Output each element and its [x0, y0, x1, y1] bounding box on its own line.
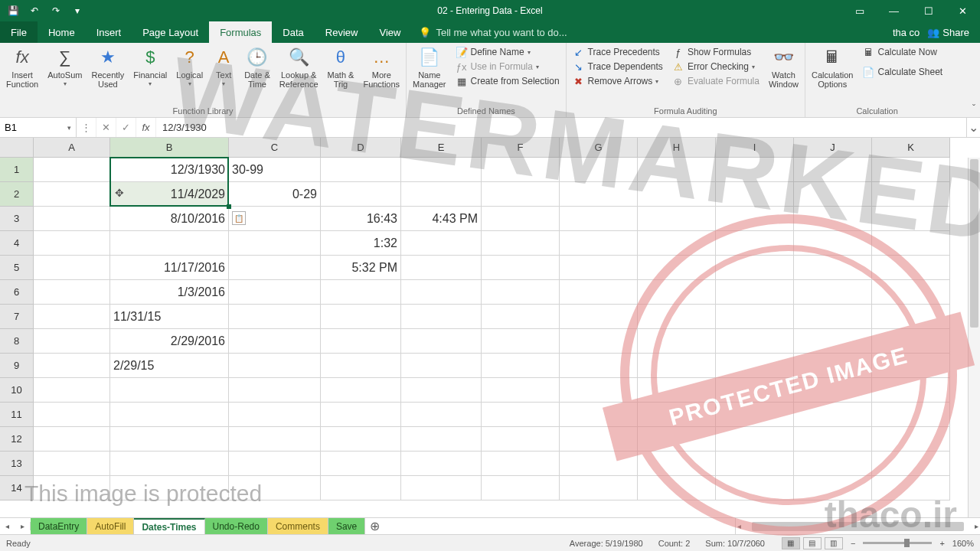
- zoom-out-icon[interactable]: −: [846, 539, 860, 548]
- fx-button-icon[interactable]: fx: [136, 118, 156, 137]
- cell-C14[interactable]: [229, 476, 321, 500]
- row-header-1[interactable]: 1: [0, 158, 34, 182]
- row-header-13[interactable]: 13: [0, 452, 34, 476]
- cell-H7[interactable]: [638, 305, 716, 329]
- hscroll-right-icon[interactable]: ▸: [975, 522, 978, 530]
- column-header-C[interactable]: C: [229, 138, 321, 158]
- formula-input[interactable]: 12/3/1930: [156, 122, 966, 133]
- cell-H14[interactable]: [638, 476, 716, 500]
- cell-I3[interactable]: [716, 207, 794, 231]
- cell-K2[interactable]: [872, 182, 950, 207]
- calculate-now-button[interactable]: 🖩Calculate Now: [862, 46, 942, 58]
- cell-E3[interactable]: 4:43 PM: [401, 207, 482, 231]
- cell-B4[interactable]: [110, 231, 229, 256]
- cell-H10[interactable]: [638, 378, 716, 403]
- cell-A11[interactable]: [34, 403, 110, 427]
- cell-J13[interactable]: [794, 452, 872, 476]
- tab-formulas[interactable]: Formulas: [209, 21, 272, 43]
- row-header-12[interactable]: 12: [0, 427, 34, 452]
- row-header-10[interactable]: 10: [0, 378, 34, 403]
- cell-B8[interactable]: 2/29/2016: [110, 329, 229, 354]
- share-button[interactable]: 👥 Share: [927, 27, 969, 38]
- cell-K6[interactable]: [872, 280, 950, 305]
- paste-options-icon[interactable]: 📋: [232, 211, 246, 225]
- cell-C4[interactable]: [229, 231, 321, 256]
- cell-J6[interactable]: [794, 280, 872, 305]
- close-icon[interactable]: ✕: [946, 0, 980, 21]
- zoom-in-icon[interactable]: +: [935, 539, 949, 548]
- cell-H5[interactable]: [638, 256, 716, 280]
- cell-I5[interactable]: [716, 256, 794, 280]
- cell-G13[interactable]: [560, 452, 638, 476]
- trace-dependents-button[interactable]: ↘Trace Dependents: [573, 60, 663, 73]
- zoom-level[interactable]: 160%: [952, 539, 974, 548]
- column-header-K[interactable]: K: [872, 138, 950, 158]
- cell-J11[interactable]: [794, 403, 872, 427]
- cell-C2[interactable]: 0-29: [229, 182, 321, 207]
- cell-K12[interactable]: [872, 427, 950, 452]
- page-break-view-icon[interactable]: ▥: [825, 537, 843, 549]
- cell-F8[interactable]: [482, 329, 560, 354]
- dropdown-icon[interactable]: ▾: [67, 124, 71, 132]
- sheet-nav-last-icon[interactable]: ▸: [21, 522, 24, 530]
- remove-arrows-button[interactable]: ✖Remove Arrows▾: [573, 75, 663, 87]
- cell-H9[interactable]: [638, 354, 716, 378]
- cell-J5[interactable]: [794, 256, 872, 280]
- column-header-F[interactable]: F: [482, 138, 560, 158]
- vertical-scrollbar[interactable]: [968, 158, 980, 517]
- cell-E8[interactable]: [401, 329, 482, 354]
- cell-A14[interactable]: [34, 476, 110, 500]
- cell-A2[interactable]: [34, 182, 110, 207]
- cell-F6[interactable]: [482, 280, 560, 305]
- expand-formula-bar-icon[interactable]: ⌄: [966, 118, 980, 137]
- cell-D11[interactable]: [321, 403, 401, 427]
- cell-J9[interactable]: [794, 354, 872, 378]
- row-header-2[interactable]: 2: [0, 182, 34, 207]
- cell-H11[interactable]: [638, 403, 716, 427]
- sheet-tab-dataentry[interactable]: DataEntry: [31, 518, 87, 534]
- sheet-tab-save[interactable]: Save: [328, 518, 365, 534]
- column-header-I[interactable]: I: [716, 138, 794, 158]
- sheet-tab-autofill[interactable]: AutoFill: [87, 518, 134, 534]
- cell-E9[interactable]: [401, 354, 482, 378]
- cell-H3[interactable]: [638, 207, 716, 231]
- tab-insert[interactable]: Insert: [86, 21, 132, 43]
- cell-I10[interactable]: [716, 378, 794, 403]
- show-formulas-button[interactable]: ƒShow Formulas: [672, 46, 760, 58]
- cell-E10[interactable]: [401, 378, 482, 403]
- cell-K10[interactable]: [872, 378, 950, 403]
- page-layout-view-icon[interactable]: ▤: [803, 537, 822, 549]
- sheet-tab-undo-redo[interactable]: Undo-Redo: [205, 518, 268, 534]
- cell-D10[interactable]: [321, 378, 401, 403]
- cell-G14[interactable]: [560, 476, 638, 500]
- cell-F3[interactable]: [482, 207, 560, 231]
- cell-H13[interactable]: [638, 452, 716, 476]
- row-header-8[interactable]: 8: [0, 329, 34, 354]
- cell-I12[interactable]: [716, 427, 794, 452]
- select-all-corner[interactable]: [0, 138, 34, 158]
- trace-precedents-button[interactable]: ↙Trace Precedents: [573, 46, 663, 58]
- cell-C5[interactable]: [229, 256, 321, 280]
- cell-J12[interactable]: [794, 427, 872, 452]
- row-header-14[interactable]: 14: [0, 476, 34, 500]
- cell-K14[interactable]: [872, 476, 950, 500]
- math-trig-button[interactable]: θMath & Trig: [323, 44, 359, 90]
- cell-J3[interactable]: [794, 207, 872, 231]
- cell-I11[interactable]: [716, 403, 794, 427]
- cell-I1[interactable]: [716, 158, 794, 182]
- cell-D13[interactable]: [321, 452, 401, 476]
- cell-A10[interactable]: [34, 378, 110, 403]
- cell-D5[interactable]: 5:32 PM: [321, 256, 401, 280]
- cell-G10[interactable]: [560, 378, 638, 403]
- row-header-4[interactable]: 4: [0, 231, 34, 256]
- tell-me-search[interactable]: 💡 Tell me what you want to do...: [419, 21, 567, 43]
- cell-D3[interactable]: 16:43: [321, 207, 401, 231]
- name-box[interactable]: B1▾: [0, 118, 77, 137]
- cell-G5[interactable]: [560, 256, 638, 280]
- row-header-3[interactable]: 3: [0, 207, 34, 231]
- cell-J7[interactable]: [794, 305, 872, 329]
- cell-C6[interactable]: [229, 280, 321, 305]
- cell-E13[interactable]: [401, 452, 482, 476]
- cell-J10[interactable]: [794, 378, 872, 403]
- cell-H4[interactable]: [638, 231, 716, 256]
